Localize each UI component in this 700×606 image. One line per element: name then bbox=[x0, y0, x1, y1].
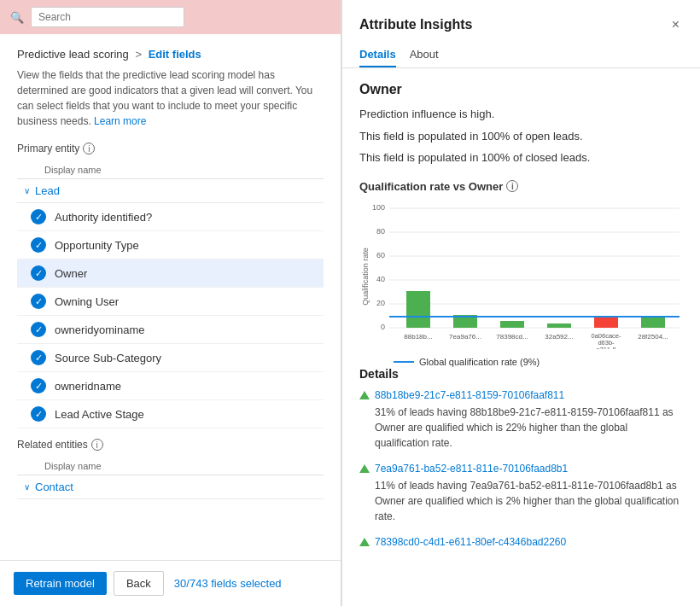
checkbox-lead-active-stage bbox=[31, 406, 46, 422]
detail-header-0: 88b18be9-21c7-e811-8159-70106faaf811 bbox=[359, 389, 683, 401]
breadcrumb-main: Predictive lead scoring bbox=[17, 48, 129, 61]
checkbox-owneridyominame bbox=[31, 322, 46, 337]
triangle-up-icon-1 bbox=[359, 464, 370, 473]
tab-about[interactable]: About bbox=[410, 43, 439, 67]
close-button[interactable]: × bbox=[668, 14, 683, 36]
lead-group-label: Lead bbox=[35, 184, 60, 197]
svg-text:60: 60 bbox=[376, 251, 385, 259]
contact-group-label: Contact bbox=[35, 481, 73, 493]
field-name-owner: Owner bbox=[55, 267, 87, 280]
owner-title: Owner bbox=[359, 82, 683, 97]
field-row-opportunity-type[interactable]: Opportunity Type bbox=[17, 231, 324, 259]
svg-text:78398cd...: 78398cd... bbox=[496, 333, 528, 341]
detail-id-0[interactable]: 88b18be9-21c7-e811-8159-70106faaf811 bbox=[375, 389, 564, 401]
primary-entity-label: Primary entity i bbox=[17, 143, 324, 154]
related-display-name-col-header: Display name bbox=[17, 457, 324, 475]
chart-info-icon[interactable]: i bbox=[506, 180, 518, 192]
field-row-owning-user[interactable]: Owning User bbox=[17, 288, 324, 316]
chart-legend: Global qualification rate (9%) bbox=[359, 357, 683, 367]
checkbox-authority bbox=[31, 209, 46, 224]
bar-4[interactable] bbox=[547, 323, 571, 328]
chart-title: Qualification rate vs Owner i bbox=[359, 180, 683, 193]
field-row-lead-active-stage[interactable]: Lead Active Stage bbox=[17, 400, 324, 428]
insight-text-2: This field is populated in 100% of close… bbox=[359, 149, 683, 166]
svg-text:80: 80 bbox=[376, 227, 385, 236]
bar-5[interactable] bbox=[594, 317, 618, 328]
detail-header-1: 7ea9a761-ba52-e811-811e-70106faad8b1 bbox=[359, 463, 683, 475]
lead-chevron-icon: ∨ bbox=[24, 186, 30, 195]
checkbox-owneridname bbox=[31, 378, 46, 393]
checkbox-owning-user bbox=[31, 294, 46, 309]
panel-content: Owner Prediction influence is high. This… bbox=[342, 68, 700, 606]
tabs-container: Details About bbox=[342, 36, 700, 68]
bottom-bar: Retrain model Back 30/743 fields selecte… bbox=[0, 560, 341, 606]
field-name-owneridname: owneridname bbox=[55, 380, 121, 393]
svg-text:e711-8: e711-8 bbox=[596, 346, 615, 349]
svg-text:28f2504...: 28f2504... bbox=[638, 333, 668, 341]
detail-desc-0: 31% of leads having 88b18be9-21c7-e811-8… bbox=[359, 405, 683, 451]
learn-more-link[interactable]: Learn more bbox=[94, 115, 146, 127]
field-row-owner[interactable]: Owner bbox=[17, 259, 324, 288]
checkbox-opportunity-type bbox=[31, 237, 46, 253]
details-section-title: Details bbox=[359, 367, 683, 381]
chart-svg: 100 80 60 40 20 0 Qualification rate bbox=[359, 200, 684, 349]
field-name-owning-user: Owning User bbox=[55, 295, 119, 308]
field-name-owneridyominame: owneridyominame bbox=[55, 323, 145, 336]
detail-item-0: 88b18be9-21c7-e811-8159-70106faaf811 31%… bbox=[359, 389, 683, 451]
detail-item-2: 78398cd0-c4d1-e611-80ef-c4346bad2260 bbox=[359, 536, 683, 548]
field-name-authority: Authority identified? bbox=[55, 211, 152, 224]
svg-text:100: 100 bbox=[372, 203, 385, 212]
search-icon: 🔍 bbox=[10, 11, 24, 24]
search-bar: 🔍 bbox=[0, 0, 341, 34]
retrain-model-button[interactable]: Retrain model bbox=[14, 572, 107, 595]
contact-group-header[interactable]: ∨ Contact bbox=[17, 475, 324, 499]
back-button[interactable]: Back bbox=[114, 571, 164, 596]
fields-count: 30/743 fields selected bbox=[174, 577, 282, 590]
right-panel: Attribute Insights × Details About Owner… bbox=[341, 0, 700, 606]
field-name-lead-active-stage: Lead Active Stage bbox=[55, 408, 144, 421]
svg-text:Qualification rate: Qualification rate bbox=[361, 248, 370, 306]
description-text: View the fields that the predictive lead… bbox=[17, 67, 324, 129]
svg-text:7ea9a76...: 7ea9a76... bbox=[449, 333, 481, 341]
left-panel: 🔍 Predictive lead scoring > Edit fields … bbox=[0, 0, 341, 606]
related-entities-label: Related entities i bbox=[17, 439, 324, 451]
contact-chevron-icon: ∨ bbox=[24, 482, 30, 492]
checkbox-source-sub-category bbox=[31, 350, 46, 365]
triangle-up-icon-2 bbox=[359, 538, 370, 546]
chart-container: 100 80 60 40 20 0 Qualification rate bbox=[359, 200, 683, 353]
search-input[interactable] bbox=[31, 7, 184, 27]
lead-group-header[interactable]: ∨ Lead bbox=[17, 179, 324, 203]
primary-entity-info-icon[interactable]: i bbox=[83, 143, 95, 154]
breadcrumb: Predictive lead scoring > Edit fields bbox=[17, 48, 324, 61]
svg-text:0: 0 bbox=[381, 323, 385, 331]
legend-label: Global qualification rate (9%) bbox=[419, 357, 540, 367]
insight-text-0: Prediction influence is high. bbox=[359, 106, 683, 123]
details-section: Details 88b18be9-21c7-e811-8159-70106faa… bbox=[359, 367, 683, 548]
detail-id-1[interactable]: 7ea9a761-ba52-e811-811e-70106faad8b1 bbox=[375, 463, 568, 475]
svg-text:32a592...: 32a592... bbox=[545, 333, 573, 341]
checkbox-owner bbox=[31, 265, 46, 281]
bar-3[interactable] bbox=[500, 321, 524, 328]
breadcrumb-edit[interactable]: Edit fields bbox=[149, 48, 201, 61]
bar-6[interactable] bbox=[641, 317, 665, 328]
bar-1[interactable] bbox=[406, 291, 430, 328]
svg-text:20: 20 bbox=[376, 299, 385, 307]
field-row-owneridyominame[interactable]: owneridyominame bbox=[17, 316, 324, 344]
left-content: Predictive lead scoring > Edit fields Vi… bbox=[0, 34, 341, 560]
svg-text:88b18b...: 88b18b... bbox=[404, 333, 432, 341]
breadcrumb-separator: > bbox=[135, 48, 142, 61]
detail-item-1: 7ea9a761-ba52-e811-811e-70106faad8b1 11%… bbox=[359, 463, 683, 524]
field-row-authority[interactable]: Authority identified? bbox=[17, 203, 324, 231]
related-entities-info-icon[interactable]: i bbox=[91, 439, 103, 451]
field-row-owneridname[interactable]: owneridname bbox=[17, 372, 324, 400]
panel-header: Attribute Insights × bbox=[342, 0, 700, 36]
detail-id-2[interactable]: 78398cd0-c4d1-e611-80ef-c4346bad2260 bbox=[375, 536, 566, 548]
detail-header-2: 78398cd0-c4d1-e611-80ef-c4346bad2260 bbox=[359, 536, 683, 548]
panel-title: Attribute Insights bbox=[359, 17, 472, 32]
tab-details[interactable]: Details bbox=[359, 43, 396, 67]
legend-line-icon bbox=[394, 361, 414, 363]
field-row-source-sub-category[interactable]: Source Sub-Category bbox=[17, 344, 324, 372]
chart-section: Qualification rate vs Owner i 100 80 60 … bbox=[359, 180, 683, 353]
insight-text-1: This field is populated in 100% of open … bbox=[359, 128, 683, 145]
display-name-col-header: Display name bbox=[17, 161, 324, 179]
